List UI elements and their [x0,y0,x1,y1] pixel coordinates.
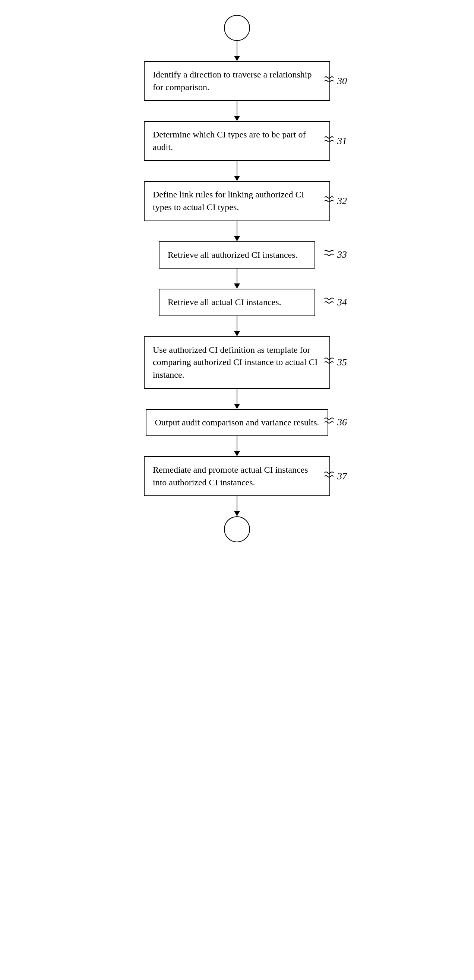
start-circle [224,15,250,41]
squiggle-icon-35 [323,357,335,368]
step35-node: Use authorized CI definition as template… [144,336,330,389]
step36-node: Output audit comparison and variance res… [146,409,328,436]
squiggle-icon-36 [323,417,335,428]
step33-wrapper: Retrieve all authorized CI instances. 33 [107,241,367,269]
arrow-2 [234,161,240,181]
arrow-4 [234,269,240,289]
squiggle-icon-30 [323,76,335,86]
step36-label: 36 [323,417,347,428]
arrow-1 [234,101,240,121]
step35-label: 35 [323,357,347,368]
squiggle-icon-34 [323,297,335,308]
step35-wrapper: Use authorized CI definition as template… [107,336,367,389]
arrow-5 [234,316,240,336]
step34-label: 34 [323,297,347,308]
step31-wrapper: Determine which CI types are to be part … [107,121,367,161]
step32-label: 32 [323,196,347,207]
step31-label: 31 [323,135,347,147]
squiggle-icon-33 [323,250,335,260]
step30-node: Identify a direction to traverse a relat… [144,61,330,101]
step33-label: 33 [323,249,347,260]
end-circle [224,516,250,542]
step37-wrapper: Remediate and promote actual CI instance… [107,456,367,496]
step32-wrapper: Define link rules for linking authorized… [107,181,367,221]
squiggle-icon-31 [323,136,335,146]
step30-label: 30 [323,76,347,87]
start-node-wrapper [107,15,367,41]
step33-node: Retrieve all authorized CI instances. [159,241,315,269]
step31-node: Determine which CI types are to be part … [144,121,330,161]
step34-wrapper: Retrieve all actual CI instances. 34 [107,289,367,316]
step37-label: 37 [323,471,347,482]
arrow-7 [234,436,240,456]
arrow-6 [234,389,240,409]
step34-node: Retrieve all actual CI instances. [159,289,315,316]
squiggle-icon-37 [323,471,335,482]
arrow-0 [234,41,240,61]
flowchart: Identify a direction to traverse a relat… [107,15,367,542]
step36-wrapper: Output audit comparison and variance res… [107,409,367,436]
squiggle-icon-32 [323,196,335,206]
step30-wrapper: Identify a direction to traverse a relat… [107,61,367,101]
arrow-3 [234,221,240,241]
step32-node: Define link rules for linking authorized… [144,181,330,221]
step37-node: Remediate and promote actual CI instance… [144,456,330,496]
arrow-8 [234,496,240,516]
end-node-wrapper [107,516,367,542]
